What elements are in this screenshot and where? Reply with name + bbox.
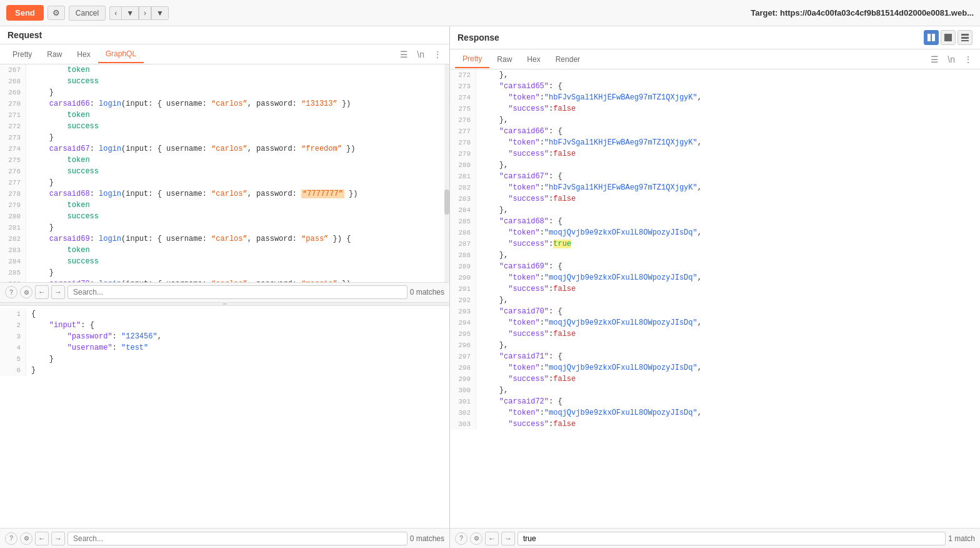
svg-rect-1: [932, 34, 935, 41]
table-row: 297 "carsaid71": {: [450, 351, 980, 362]
search-prev-response[interactable]: ←: [485, 532, 499, 545]
table-row: 303 "success":false: [450, 419, 980, 430]
tab-render-response[interactable]: Render: [548, 51, 588, 68]
table-row: 6 }: [0, 365, 449, 376]
match-count-variables: 0 matches: [410, 534, 444, 543]
request-code-area: 267 token 268 success 269 } 270 carsaid6…: [0, 64, 449, 282]
table-row: 3 "password": "123456",: [0, 331, 449, 342]
target-url: Target: https://0a4c00fa03c4cf9b81514d02…: [751, 8, 974, 18]
response-search-bar: ? ⚙ ← → 1 match: [450, 528, 980, 548]
beautify-icon[interactable]: ☰: [398, 48, 411, 61]
table-row: 274 carsaid67: login(input: { username: …: [0, 143, 449, 155]
table-row: 271 token: [0, 109, 449, 121]
settings-search-variables[interactable]: ⚙: [20, 532, 32, 545]
table-row: 283 "success":false: [450, 193, 980, 205]
scrollbar-track[interactable]: [444, 64, 449, 282]
layout-single-btn[interactable]: [941, 30, 956, 45]
main-layout: Request Pretty Raw Hex GraphQL ☰ \n ⋮ 26…: [0, 26, 980, 548]
search-next-response[interactable]: →: [501, 532, 515, 545]
table-row: 281 }: [0, 222, 449, 233]
svg-rect-5: [961, 40, 969, 41]
next-button[interactable]: ›: [139, 6, 151, 20]
request-header: Request: [0, 26, 449, 44]
table-row: 267 token: [0, 64, 449, 76]
variables-code-area: 1 { 2 "input": { 3 "password": "123456",…: [0, 306, 449, 529]
table-row: 289 "carsaid69": {: [450, 261, 980, 272]
table-row: 278 carsaid68: login(input: { username: …: [0, 188, 449, 200]
table-row: 284 success: [0, 256, 449, 267]
table-row: 298 "token":"moqjQvjb9e9zkxOFxulL8OWpozy…: [450, 362, 980, 373]
table-row: 1 {: [0, 308, 449, 320]
table-row: 285 }: [0, 267, 449, 278]
table-row: 282 "token":"hbFJvSgal1KHjEFwBAeg97mTZ1Q…: [450, 182, 980, 193]
search-next-request[interactable]: →: [51, 285, 65, 299]
match-count-request: 0 matches: [410, 288, 444, 297]
tab-raw-request[interactable]: Raw: [39, 46, 69, 63]
variables-search-bar: ? ⚙ ← → 0 matches: [0, 528, 449, 548]
table-row: 287 "success":true: [450, 238, 980, 250]
search-prev-request[interactable]: ←: [35, 285, 49, 299]
search-next-variables[interactable]: →: [51, 532, 65, 545]
layout-split-btn[interactable]: [924, 30, 939, 45]
table-row: 272 },: [450, 69, 980, 81]
search-input-response[interactable]: [518, 532, 946, 545]
table-row: 268 success: [0, 76, 449, 87]
menu-icon[interactable]: ⋮: [431, 48, 444, 61]
table-row: 276 success: [0, 166, 449, 177]
tab-pretty-request[interactable]: Pretty: [5, 46, 39, 63]
svg-rect-2: [944, 34, 952, 41]
table-row: 275 token: [0, 155, 449, 166]
search-input-request[interactable]: [68, 285, 408, 299]
tab-hex-response[interactable]: Hex: [519, 51, 548, 68]
request-tab-icons: ☰ \n ⋮: [398, 48, 444, 61]
cancel-button[interactable]: Cancel: [69, 6, 106, 21]
scrollbar-thumb[interactable]: [444, 190, 449, 215]
table-row: 279 token: [0, 200, 449, 211]
tab-hex-request[interactable]: Hex: [69, 46, 98, 63]
table-row: 286 "token":"moqjQvjb9e9zkxOFxulL8OWpozy…: [450, 227, 980, 238]
send-button[interactable]: Send: [6, 5, 44, 21]
search-prev-variables[interactable]: ←: [35, 532, 49, 545]
table-row: 279 "success":false: [450, 148, 980, 160]
layout-buttons: [924, 30, 972, 45]
layout-tabs-btn[interactable]: [958, 30, 972, 45]
table-row: 294 "token":"moqjQvjb9e9zkxOFxulL8OWpozy…: [450, 317, 980, 328]
response-copy-icon[interactable]: ☰: [928, 53, 941, 66]
table-row: 2 "input": {: [0, 320, 449, 331]
settings-search-request[interactable]: ⚙: [20, 286, 32, 298]
request-tab-bar: Pretty Raw Hex GraphQL ☰ \n ⋮: [0, 44, 449, 64]
ln-icon[interactable]: \n: [414, 48, 427, 61]
svg-rect-0: [928, 34, 931, 41]
table-row: 301 "carsaid72": {: [450, 396, 980, 407]
tab-raw-response[interactable]: Raw: [489, 51, 519, 68]
next-dropdown-button[interactable]: ▼: [151, 6, 169, 20]
help-button-request[interactable]: ?: [5, 286, 18, 298]
response-ln-icon[interactable]: \n: [945, 53, 958, 66]
prev-dropdown-button[interactable]: ▼: [121, 6, 139, 20]
table-row: 4 "username": "test": [0, 342, 449, 353]
table-row: 272 success: [0, 121, 449, 132]
table-row: 278 "token":"hbFJvSgal1KHjEFwBAeg97mTZ1Q…: [450, 137, 980, 148]
prev-button[interactable]: ‹: [109, 6, 121, 20]
table-row: 300 },: [450, 385, 980, 396]
response-tab-bar: Pretty Raw Hex Render ☰ \n ⋮: [450, 49, 980, 69]
table-row: 281 "carsaid67": {: [450, 171, 980, 182]
response-menu-icon[interactable]: ⋮: [961, 53, 975, 66]
help-button-variables[interactable]: ?: [5, 532, 18, 545]
table-row: 276 },: [450, 114, 980, 126]
search-input-variables[interactable]: [68, 532, 408, 545]
table-row: 295 "success":false: [450, 328, 980, 340]
svg-rect-4: [961, 37, 969, 39]
settings-button[interactable]: ⚙: [48, 6, 65, 20]
settings-search-response[interactable]: ⚙: [470, 532, 482, 545]
table-row: 302 "token":"moqjQvjb9e9zkxOFxulL8OWpozy…: [450, 407, 980, 419]
table-row: 286 carsaid70: login(input: { username: …: [0, 278, 449, 282]
table-row: 285 "carsaid68": {: [450, 216, 980, 227]
help-button-response[interactable]: ?: [455, 532, 468, 545]
table-row: 299 "success":false: [450, 373, 980, 385]
table-row: 277 }: [0, 177, 449, 188]
table-row: 280 success: [0, 211, 449, 222]
tab-graphql-request[interactable]: GraphQL: [98, 46, 144, 63]
nav-buttons: ‹ ▼ › ▼: [109, 6, 169, 20]
tab-pretty-response[interactable]: Pretty: [455, 51, 489, 68]
